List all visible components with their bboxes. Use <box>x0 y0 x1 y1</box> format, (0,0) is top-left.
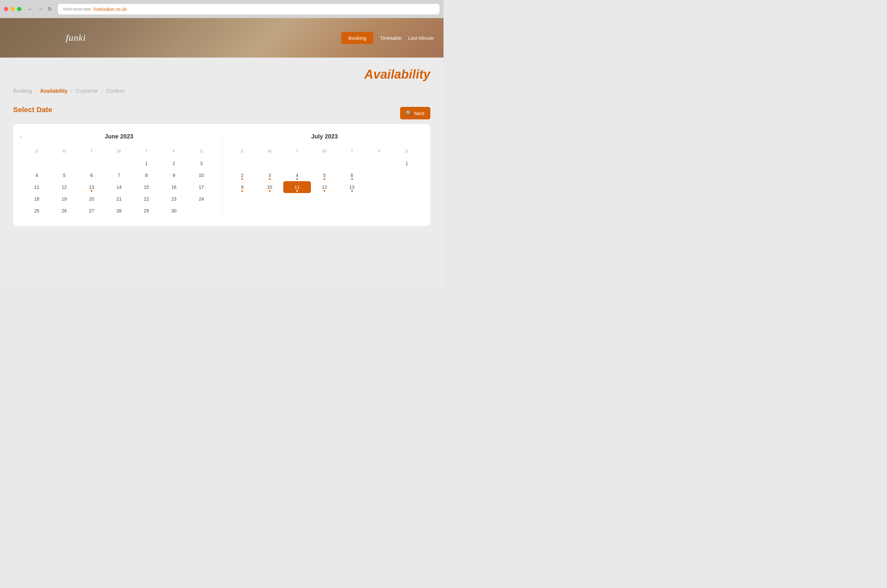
july-grid: S M T W T F S 1 2 3 4 5 6 <box>229 147 421 193</box>
july-empty-7 <box>366 170 393 181</box>
june-day-14[interactable]: 14 <box>105 181 133 193</box>
july-day-3[interactable]: 3 <box>256 170 283 181</box>
june-day-23[interactable]: 23 <box>160 193 188 205</box>
june-day-12[interactable]: 12 <box>50 181 78 193</box>
breadcrumb-sep-1: / <box>36 88 37 94</box>
browser-chrome: ← → ↻ funki.book.app funkisalon.co.uk <box>0 0 443 18</box>
july-header: July 2023 <box>229 133 421 140</box>
june-day-22[interactable]: 22 <box>133 193 160 205</box>
july-empty-10 <box>393 181 420 193</box>
maximize-button[interactable] <box>17 7 21 11</box>
july-empty-9 <box>366 181 393 193</box>
july-day-4[interactable]: 4 <box>283 170 311 181</box>
last-minute-nav-link[interactable]: Last Minute <box>408 35 434 41</box>
address-bar[interactable]: funki.book.app funkisalon.co.uk <box>58 4 440 15</box>
minimize-button[interactable] <box>11 7 15 11</box>
june-day-30[interactable]: 30 <box>160 205 188 217</box>
calendar-july: July 2023 S M T W T F S 1 2 3 <box>222 133 421 217</box>
site-header: funki Booking Timetable Last Minute <box>0 18 443 57</box>
june-day-26[interactable]: 26 <box>50 205 78 217</box>
calendar-container: ‹ June 2023 S M T W T F S 1 2 3 4 <box>13 124 430 226</box>
june-day-27[interactable]: 27 <box>78 205 105 217</box>
june-day-5[interactable]: 5 <box>50 170 78 181</box>
breadcrumb-customer[interactable]: Customer <box>76 88 98 94</box>
calendar-june: ‹ June 2023 S M T W T F S 1 2 3 4 <box>23 133 222 217</box>
july-day-11[interactable]: 11 <box>283 181 311 193</box>
june-day-13[interactable]: 13 <box>78 181 105 193</box>
nav-buttons: ← → ↻ <box>27 5 53 13</box>
july-empty-4 <box>311 158 338 170</box>
june-day-28[interactable]: 28 <box>105 205 133 217</box>
june-day-8[interactable]: 8 <box>133 170 160 181</box>
july-day-w: W <box>311 147 338 158</box>
close-button[interactable] <box>4 7 8 11</box>
june-day-7[interactable]: 7 <box>105 170 133 181</box>
june-day-t2: T <box>133 147 160 158</box>
july-day-5[interactable]: 5 <box>311 170 338 181</box>
june-day-19[interactable]: 19 <box>50 193 78 205</box>
page-content: Availability Booking / Availability / Cu… <box>0 57 443 288</box>
june-day-11[interactable]: 11 <box>23 181 50 193</box>
june-day-25[interactable]: 25 <box>23 205 50 217</box>
june-day-w: W <box>105 147 133 158</box>
july-day-13[interactable]: 13 <box>338 181 366 193</box>
july-day-12[interactable]: 12 <box>311 181 338 193</box>
breadcrumb-confirm[interactable]: Confirm <box>106 88 125 94</box>
july-empty-3 <box>283 158 311 170</box>
june-empty-end <box>188 205 215 217</box>
july-day-s2: S <box>393 147 420 158</box>
july-day-t2: T <box>338 147 366 158</box>
july-day-f: F <box>366 147 393 158</box>
july-day-9[interactable]: 9 <box>229 181 256 193</box>
traffic-lights <box>4 7 21 11</box>
june-day-16[interactable]: 16 <box>160 181 188 193</box>
june-empty-4 <box>105 158 133 170</box>
july-day-10[interactable]: 10 <box>256 181 283 193</box>
june-day-s2: S <box>188 147 215 158</box>
june-day-29[interactable]: 29 <box>133 205 160 217</box>
next-label: Next <box>414 111 425 116</box>
june-day-3[interactable]: 3 <box>188 158 215 170</box>
july-day-2[interactable]: 2 <box>229 170 256 181</box>
july-day-s1: S <box>229 147 256 158</box>
breadcrumb-booking[interactable]: Booking <box>13 88 32 94</box>
forward-button[interactable]: → <box>36 5 44 13</box>
july-empty-5 <box>338 158 366 170</box>
breadcrumb-availability[interactable]: Availability <box>40 88 68 94</box>
june-day-17[interactable]: 17 <box>188 181 215 193</box>
june-day-f: F <box>160 147 188 158</box>
june-empty-1 <box>23 158 50 170</box>
back-button[interactable]: ← <box>27 5 35 13</box>
address-new: funkisalon.co.uk <box>94 7 127 12</box>
july-title: July 2023 <box>311 133 338 140</box>
booking-nav-button[interactable]: Booking <box>341 32 374 44</box>
june-day-15[interactable]: 15 <box>133 181 160 193</box>
june-day-1[interactable]: 1 <box>133 158 160 170</box>
june-day-10[interactable]: 10 <box>188 170 215 181</box>
reload-button[interactable]: ↻ <box>47 5 53 13</box>
search-icon: 🔍 <box>406 110 412 116</box>
june-day-18[interactable]: 18 <box>23 193 50 205</box>
july-day-m: M <box>256 147 283 158</box>
june-day-9[interactable]: 9 <box>160 170 188 181</box>
address-old: funki.book.app <box>63 7 91 12</box>
june-day-24[interactable]: 24 <box>188 193 215 205</box>
july-day-6[interactable]: 6 <box>338 170 366 181</box>
june-day-6[interactable]: 6 <box>78 170 105 181</box>
search-next-button[interactable]: 🔍 Next <box>400 107 430 119</box>
june-day-20[interactable]: 20 <box>78 193 105 205</box>
breadcrumb-sep-3: / <box>102 88 103 94</box>
breadcrumb: Booking / Availability / Customer / Conf… <box>13 88 430 94</box>
page-title-row: Availability <box>13 68 430 81</box>
june-day-21[interactable]: 21 <box>105 193 133 205</box>
breadcrumb-sep-2: / <box>71 88 72 94</box>
july-empty-8 <box>393 170 420 181</box>
timetable-nav-link[interactable]: Timetable <box>380 35 401 41</box>
june-day-s1: S <box>23 147 50 158</box>
july-day-1[interactable]: 1 <box>393 158 420 170</box>
june-title: June 2023 <box>105 133 133 140</box>
prev-month-button[interactable]: ‹ <box>20 133 22 140</box>
june-day-4[interactable]: 4 <box>23 170 50 181</box>
june-day-2[interactable]: 2 <box>160 158 188 170</box>
june-empty-2 <box>50 158 78 170</box>
